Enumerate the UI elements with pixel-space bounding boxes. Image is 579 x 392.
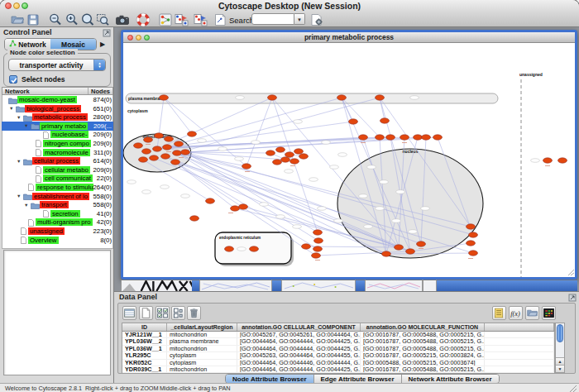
tree-expand-icon[interactable]: ▼ (24, 203, 28, 208)
table-row[interactable]: YKR052Ccytoplasm[GO:0044464, GO:0044446,… (122, 360, 554, 366)
network-node[interactable] (285, 152, 294, 157)
tree-row-secretion[interactable]: secretion41(0) (2, 209, 113, 218)
tree-row-transport[interactable]: ▼transport558(0) (2, 201, 113, 210)
network-node[interactable] (294, 149, 304, 154)
function-builder-icon[interactable]: f(x) (509, 306, 523, 320)
network-node[interactable] (400, 135, 409, 140)
new-attribute-icon[interactable] (139, 306, 153, 320)
network-node[interactable] (142, 149, 151, 154)
tree-expand-icon[interactable]: ▼ (17, 194, 21, 198)
tree-row-cell-communicat[interactable]: cell communicat22(0) (2, 174, 113, 184)
node-color-dropdown[interactable]: transporter activity ▲▼ (8, 59, 106, 71)
network-node[interactable] (160, 95, 169, 100)
tree-expand-icon[interactable]: ▼ (9, 106, 13, 111)
background-window-titlebar[interactable] (437, 280, 577, 291)
network-edge[interactable] (246, 98, 272, 166)
network-node[interactable] (314, 238, 323, 243)
window-resize-grip[interactable] (568, 270, 574, 275)
network-node[interactable] (433, 135, 443, 140)
background-window-edge-2[interactable] (272, 280, 281, 291)
zoom-fit-icon[interactable] (80, 12, 95, 27)
zoom-region-icon[interactable] (95, 12, 110, 27)
column-header-annotation.GO CELLULAR_COMPONENT[interactable]: annotation.GO CELLULAR_COMPONENT (237, 323, 361, 331)
scroll-down-arrow[interactable]: ▼ (556, 365, 564, 372)
delete-attribute-icon[interactable] (187, 306, 201, 320)
network-canvas[interactable]: plasma membranecytoplasmmitochondrionnuc… (123, 43, 575, 277)
filter-mapper-icon[interactable] (193, 12, 208, 27)
network-node[interactable] (313, 246, 323, 251)
tree-row-mosaic-demo-yeast[interactable]: mosaic-demo-yeast874(0) (2, 96, 113, 105)
tree-row-unassigned[interactable]: unassigned223(0) (2, 227, 113, 236)
network-node[interactable] (139, 157, 148, 162)
tree-expand-icon[interactable]: ▼ (17, 115, 21, 120)
scroll-up-arrow[interactable]: ▲ (556, 357, 564, 365)
network-node[interactable] (239, 204, 248, 209)
column-header-blank[interactable] (485, 323, 554, 331)
more-tabs-arrow-icon[interactable]: ▶ (100, 41, 105, 48)
camera-icon[interactable] (115, 12, 130, 27)
tree-row-nitrogen-compo[interactable]: nitrogen compo209(0) (2, 139, 113, 148)
network-node[interactable] (422, 135, 431, 140)
network-node[interactable] (382, 251, 391, 256)
table-row[interactable]: YJR121W__1mitochondrion[GO:0045267, GO:0… (122, 332, 554, 338)
network-node[interactable] (359, 135, 368, 140)
attribute-list-icon[interactable] (492, 306, 506, 320)
network-edge[interactable] (272, 98, 318, 232)
network-window-titlebar[interactable]: primary metabolic process (123, 32, 575, 43)
network-node[interactable] (171, 160, 180, 165)
tree-expand-icon[interactable]: ▼ (24, 123, 28, 128)
network-node[interactable] (313, 230, 323, 235)
network-node[interactable] (188, 131, 197, 136)
network-node[interactable] (266, 151, 275, 155)
save-session-icon[interactable] (26, 12, 41, 27)
tree-row-response-to-stimulu[interactable]: response to stimulu264(0) (2, 183, 113, 192)
network-node[interactable] (163, 145, 172, 150)
background-window-edge-1[interactable] (192, 280, 199, 291)
column-header-_cellularLayoutRegion[interactable]: _cellularLayoutRegion (167, 323, 237, 331)
network-node[interactable] (299, 154, 309, 159)
network-node[interactable] (337, 95, 347, 100)
network-node[interactable] (225, 246, 234, 251)
network-window-close-button[interactable] (127, 35, 133, 41)
attribute-table-icon[interactable] (122, 306, 136, 320)
network-node[interactable] (467, 241, 476, 246)
network-node[interactable] (467, 224, 476, 229)
network-node[interactable] (417, 241, 426, 246)
network-node[interactable] (469, 232, 478, 237)
network-node[interactable] (155, 133, 164, 138)
open-session-icon[interactable] (10, 12, 25, 27)
tree-column-network[interactable]: Network (2, 88, 89, 94)
network-manager-icon[interactable] (158, 12, 173, 27)
tree-row-establishment-of-lo[interactable]: ▼establishment of lo558(0) (2, 192, 113, 201)
table-row[interactable]: YDR039C__1mitochondrion[GO:0044464, GO:0… (122, 366, 554, 373)
background-window-thumbnail-2[interactable] (199, 280, 272, 291)
background-window-thumbnail-4[interactable] (365, 280, 423, 291)
network-node[interactable] (302, 244, 311, 249)
network-node[interactable] (134, 143, 143, 148)
network-node[interactable] (558, 158, 567, 163)
tree-row-biological-process[interactable]: ▼biological_process651(0) (2, 104, 113, 113)
data-panel-float-icon[interactable] (568, 294, 577, 302)
unselect-attributes-icon[interactable] (171, 306, 185, 320)
network-node[interactable] (376, 95, 385, 100)
network-node[interactable] (469, 251, 478, 256)
network-node[interactable] (250, 246, 259, 251)
network-node[interactable] (190, 216, 199, 221)
network-node[interactable] (414, 135, 423, 140)
network-node[interactable] (376, 135, 385, 140)
network-node[interactable] (312, 253, 321, 258)
column-header-ID[interactable]: ID (122, 323, 167, 331)
network-node[interactable] (175, 141, 184, 146)
network-node[interactable] (281, 157, 290, 162)
network-node[interactable] (161, 154, 170, 159)
tree-row-multi-organism-pro[interactable]: multi-organism pro42(0) (2, 218, 113, 227)
select-nodes-checkbox[interactable] (9, 75, 17, 84)
network-window-minimize-button[interactable] (136, 35, 141, 41)
network-node[interactable] (386, 135, 395, 140)
attribute-table-scrollbar[interactable]: ▲ ▼ (555, 323, 565, 373)
network-node[interactable] (290, 159, 299, 164)
network-node[interactable] (231, 206, 240, 211)
network-edge[interactable] (185, 152, 318, 232)
table-row[interactable]: YPL036W__1mitochondrion[GO:0044464, GO:0… (122, 346, 554, 352)
network-node[interactable] (242, 164, 251, 169)
